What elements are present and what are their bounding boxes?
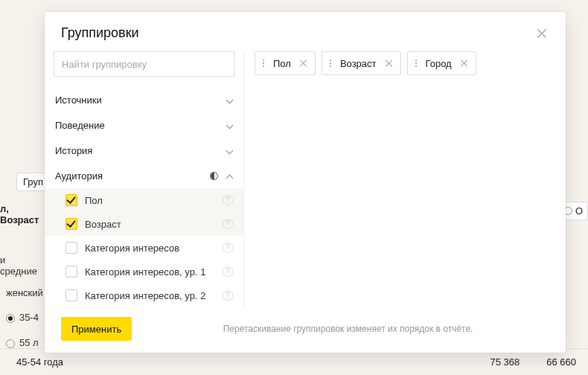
partial-indicator-icon: [210, 172, 218, 180]
bg-num-2: 66 660: [546, 356, 576, 368]
chip-age[interactable]: Возраст: [322, 51, 401, 75]
drag-handle-icon[interactable]: [412, 60, 420, 67]
category-behavior[interactable]: Поведение: [45, 112, 243, 138]
chevron-down-icon: [226, 96, 233, 103]
search-input[interactable]: [54, 51, 234, 77]
category-audience[interactable]: Аудитория: [45, 163, 243, 188]
checkbox-icon[interactable]: [65, 194, 77, 206]
drag-handle-icon[interactable]: [260, 60, 267, 67]
right-pane: Пол Возраст Город: [244, 51, 566, 308]
selected-chips: Пол Возраст Город: [244, 51, 566, 75]
checkbox-icon[interactable]: [65, 242, 77, 254]
chip-label: Возраст: [340, 58, 377, 69]
help-icon[interactable]: ?: [223, 290, 233, 301]
chevron-down-icon: [226, 121, 233, 129]
chevron-up-icon: [226, 172, 233, 179]
help-icon[interactable]: ?: [223, 243, 233, 253]
close-icon[interactable]: [534, 26, 549, 41]
left-pane: Источники Поведение История Аудитория: [45, 51, 244, 308]
help-icon[interactable]: ?: [223, 195, 233, 205]
bg-row-2[interactable]: 55 л: [6, 337, 39, 348]
chip-label: Пол: [273, 58, 291, 69]
remove-chip-icon[interactable]: [458, 57, 471, 70]
chip-label: Город: [426, 58, 452, 69]
bg-text-avg: и средние: [0, 254, 45, 277]
apply-button[interactable]: Применить: [61, 317, 132, 341]
checkbox-icon[interactable]: [65, 289, 77, 301]
bg-breadcrumb: л, Возраст: [0, 203, 45, 225]
groupings-modal: Группировки Источники Поведение История: [45, 12, 566, 353]
category-sources[interactable]: Источники: [45, 87, 243, 112]
help-icon[interactable]: ?: [223, 266, 233, 277]
option-interest-category[interactable]: Категория интересов ?: [45, 236, 243, 260]
bg-bottom-label[interactable]: 45-54 года: [12, 356, 63, 368]
option-interest-l1[interactable]: Категория интересов, ур. 1 ?: [45, 260, 243, 283]
remove-chip-icon[interactable]: [297, 57, 310, 70]
chip-city[interactable]: Город: [407, 51, 476, 75]
checkbox-icon[interactable]: [65, 218, 77, 230]
bg-row-1[interactable]: 35-4: [6, 312, 39, 323]
option-interest-l2[interactable]: Категория интересов, ур. 2 ?: [45, 283, 243, 307]
option-age[interactable]: Возраст ?: [45, 212, 243, 236]
drag-handle-icon[interactable]: [327, 60, 334, 67]
checkbox-icon[interactable]: [65, 266, 77, 278]
remove-chip-icon[interactable]: [383, 57, 396, 70]
drag-hint: Перетаскивание группировок изменяет их п…: [147, 324, 549, 334]
category-history[interactable]: История: [45, 138, 243, 163]
chevron-down-icon: [226, 147, 233, 154]
chip-gender[interactable]: Пол: [255, 51, 316, 75]
option-gender[interactable]: Пол ?: [45, 188, 243, 212]
bg-text-gender: женский: [6, 287, 43, 298]
bg-num-1: 75 368: [490, 356, 520, 368]
help-icon[interactable]: ?: [223, 219, 233, 229]
modal-title: Группировки: [61, 25, 139, 41]
